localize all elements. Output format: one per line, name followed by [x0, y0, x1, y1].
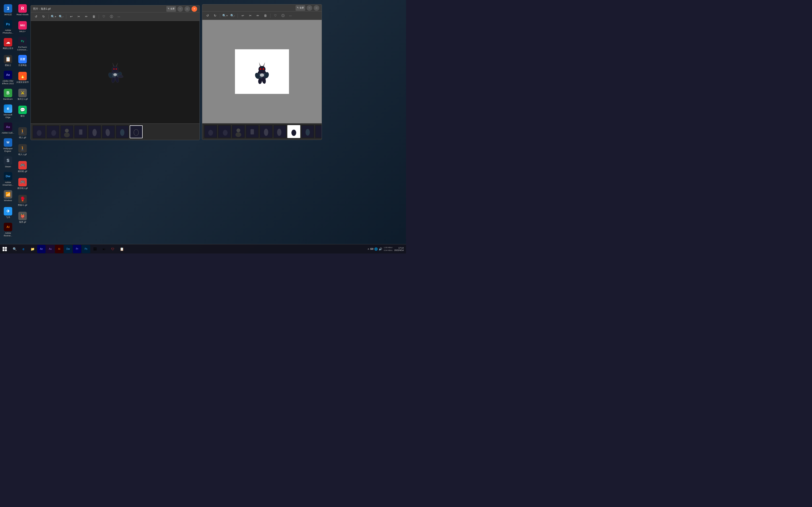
desktop-icon-fire[interactable]: 🔥 火绒安全软件 — [15, 69, 30, 86]
desktop-icon-ps[interactable]: Ps Adobe Photosho... — [1, 19, 15, 35]
network-download: 0.04 KB/s↓ — [384, 249, 393, 252]
main-fullscreen-btn[interactable]: ✎ 全屏 — [166, 6, 176, 12]
icon-ps-img: Ps — [4, 20, 12, 29]
taskbar-ae[interactable]: Ae — [37, 245, 46, 253]
filmstrip-thumb-2[interactable] — [47, 125, 59, 138]
desktop-icon-baidu[interactable]: 百度 百度网盘 — [15, 53, 30, 69]
second-filmstrip-thumb-7[interactable] — [287, 125, 300, 138]
toolbar-favorite[interactable]: ♡ — [101, 14, 107, 20]
taskbar-dw[interactable]: Dw — [64, 245, 72, 253]
toolbar-info[interactable]: ⓘ — [108, 14, 115, 20]
second-filmstrip-thumb-4[interactable] — [246, 125, 259, 138]
taskbar-task[interactable]: 📋 — [117, 245, 126, 253]
taskbar-pr[interactable]: Pr — [73, 245, 81, 253]
second-toolbar-undo[interactable]: ↩ — [240, 13, 246, 19]
taskbar-network-icon[interactable]: 🌐 — [374, 247, 378, 251]
second-toolbar-draw[interactable]: ✏ — [254, 13, 261, 19]
desktop-icon-rc1[interactable]: 🎮 摇控机.gif — [15, 159, 30, 175]
filmstrip-thumb-4[interactable] — [74, 125, 87, 138]
second-toolbar-zoom-in[interactable]: 🔍+ — [222, 13, 229, 19]
desktop-icon-rc2[interactable]: 🎮 摇控机1.gif — [15, 176, 30, 192]
filmstrip-thumb-8[interactable] — [130, 125, 143, 138]
taskbar-clock[interactable]: 17:14 2022/4/14 — [394, 247, 404, 251]
taskbar-chevron-icon[interactable]: ∧ — [367, 247, 369, 250]
main-maximize-btn[interactable]: □ — [185, 6, 190, 12]
filmstrip-thumb-5[interactable] — [88, 125, 101, 138]
taskbar-keyboard-icon[interactable]: ⌨ — [370, 247, 373, 250]
desktop-icon-edge[interactable]: e Microsoft Edge — [1, 103, 15, 120]
desktop-icon-person1[interactable]: 🚶 哨人.gif — [15, 125, 30, 141]
second-filmstrip-thumb-2[interactable] — [218, 125, 231, 138]
desktop-icon-steam[interactable]: S Steam — [1, 154, 15, 170]
filmstrip-thumb-6[interactable] — [102, 125, 115, 138]
start-button[interactable] — [0, 244, 9, 254]
icon-read-img: R — [18, 4, 27, 13]
taskbar-au[interactable]: Au — [46, 245, 54, 253]
second-toolbar-rotate-left[interactable]: ↺ — [204, 13, 211, 19]
second-maximize-btn[interactable]: □ — [314, 5, 319, 11]
main-close-btn[interactable]: ✕ — [192, 6, 197, 12]
desktop-icon-wechat[interactable]: 💬 微信 — [15, 103, 30, 120]
second-filmstrip-thumb-1[interactable] — [204, 125, 217, 138]
filmstrip-thumb-7[interactable] — [116, 125, 129, 138]
second-toolbar-info[interactable]: ⓘ — [280, 13, 286, 19]
desktop-icon-read[interactable]: R Read Alouds — [15, 2, 30, 18]
toolbar-rotate-right[interactable]: ↻ — [40, 14, 47, 20]
second-filmstrip-thumb-9[interactable] — [315, 125, 322, 138]
desktop-icon-fly[interactable]: ✈ 飞书 — [1, 205, 15, 221]
toolbar-zoom-out[interactable]: 🔍- — [58, 14, 64, 20]
filmstrip-thumb-3[interactable] — [60, 125, 73, 138]
toolbar-delete[interactable]: 🗑 — [91, 14, 97, 20]
desktop-icon-notes[interactable]: 📋 图贴士 — [1, 53, 15, 69]
taskbar-photos[interactable]: 🖼 — [91, 245, 99, 253]
desktop-icon-dw[interactable]: Dw Adobe Dreamwe... — [1, 171, 15, 187]
second-filmstrip-thumb-6[interactable] — [273, 125, 287, 138]
taskbar-volume-icon[interactable]: 🔊 — [379, 247, 382, 251]
svg-point-35 — [263, 68, 264, 70]
second-toolbar-more[interactable]: ··· — [287, 13, 294, 19]
desktop-icon-miu[interactable]: MIU MIU1+ — [15, 19, 30, 35]
desktop-icon-ae[interactable]: Ae Adobe After Effects 2022 — [1, 69, 15, 86]
taskbar-time: 17:14 — [394, 247, 404, 249]
desktop-icon-bandicam[interactable]: B Bandicam — [1, 87, 15, 103]
toolbar-crop[interactable]: ✂ — [75, 14, 82, 20]
desktop-icon-cloud[interactable]: ☁ 网易云音乐 — [1, 36, 15, 52]
second-filmstrip-thumb-8[interactable] — [301, 125, 314, 138]
desktop-icon-person2[interactable]: 🚶 哨人1.gif — [15, 142, 30, 158]
icon-wallpaper-label: Wallpaper Engine: — [1, 148, 14, 153]
filmstrip-thumb-1[interactable] — [33, 125, 46, 138]
toolbar-rotate-left[interactable]: ↺ — [33, 14, 39, 20]
desktop-icon-man[interactable]: 🥊 男格斗.gif — [15, 192, 30, 209]
toolbar-draw[interactable]: ✏ — [83, 14, 90, 20]
desktop-icon-pycharm[interactable]: Py PyCharm Communi... — [15, 36, 30, 52]
second-toolbar-zoom-out[interactable]: 🔍- — [229, 13, 236, 19]
desktop-icon-sword[interactable]: ⚔ 鬼剑士1.gif — [15, 87, 30, 103]
taskbar-ps[interactable]: Ps — [82, 245, 90, 253]
desktop-icon-wireless[interactable]: 📶 Wireless — [1, 188, 15, 204]
second-toolbar-favorite[interactable]: ♡ — [272, 13, 278, 19]
second-filmstrip-thumb-3[interactable] — [232, 125, 245, 138]
desktop-icon-wallpaper[interactable]: W Wallpaper Engine: — [1, 137, 15, 154]
icon-read-label: Read Alouds — [16, 13, 29, 16]
toolbar-undo[interactable]: ↩ — [68, 14, 74, 20]
desktop-icon-monster[interactable]: 👹 鬼兽.gif — [15, 209, 30, 226]
taskbar-media[interactable]: ⏯ — [100, 245, 108, 253]
taskbar-ai[interactable]: Ai — [55, 245, 63, 253]
taskbar-security[interactable]: 🛡 — [109, 245, 117, 253]
second-minimize-btn[interactable]: ─ — [307, 5, 312, 11]
taskbar-search[interactable]: 🔍 — [10, 245, 19, 253]
second-toolbar-rotate-right[interactable]: ↻ — [212, 13, 218, 19]
desktop-icon-360[interactable]: 3 360社区 — [1, 2, 15, 18]
main-minimize-btn[interactable]: ─ — [177, 6, 183, 12]
taskbar-edge[interactable]: e — [19, 245, 28, 253]
second-toolbar-crop[interactable]: ✂ — [247, 13, 254, 19]
toolbar-zoom-in[interactable]: 🔍+ — [50, 14, 57, 20]
desktop-icon-ai[interactable]: Ai Adobe Illustrat... — [1, 222, 15, 238]
desktop-icon-au[interactable]: Au Adobe Audi... — [1, 120, 15, 136]
second-filmstrip-thumb-5[interactable] — [260, 125, 272, 138]
second-fullscreen-btn[interactable]: ✎ 全屏 — [296, 5, 305, 11]
toolbar-more[interactable]: ··· — [116, 14, 122, 20]
second-toolbar-delete[interactable]: 🗑 — [262, 13, 268, 19]
svg-point-47 — [236, 128, 240, 132]
taskbar-files[interactable]: 📁 — [28, 245, 37, 253]
